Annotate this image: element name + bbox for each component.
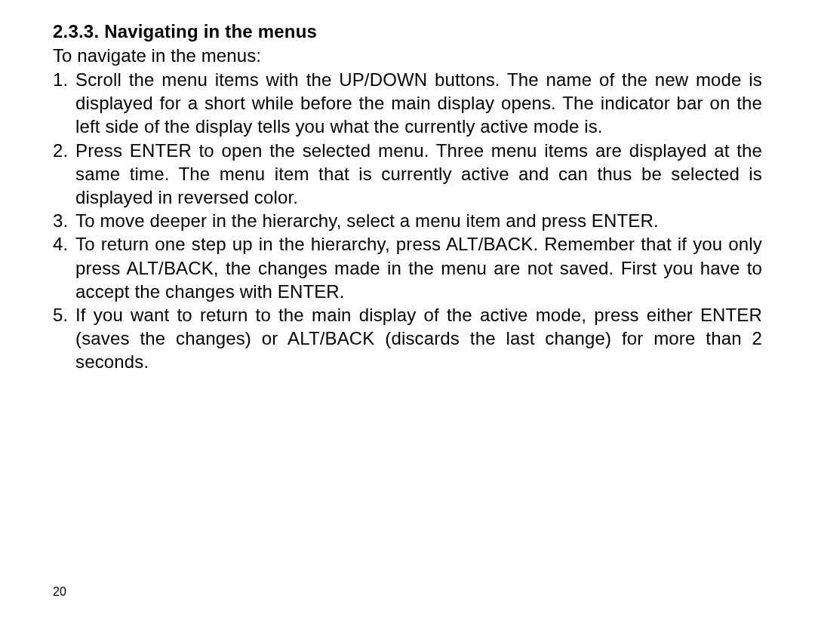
section-number: 2.3.3. <box>53 21 99 41</box>
page-number: 20 <box>53 585 66 599</box>
intro-text: To navigate in the menus: <box>53 45 762 66</box>
section-title: Navigating in the menus <box>104 21 317 41</box>
list-item: Press ENTER to open the selected menu. T… <box>53 139 762 210</box>
instruction-list: Scroll the menu items with the UP/DOWN b… <box>53 68 762 373</box>
list-item: Scroll the menu items with the UP/DOWN b… <box>53 68 762 139</box>
list-item: To move deeper in the hierarchy, select … <box>53 209 762 232</box>
section-heading: 2.3.3. Navigating in the menus <box>53 21 762 42</box>
list-item: If you want to return to the main displa… <box>53 303 762 374</box>
list-item: To return one step up in the hierarchy, … <box>53 232 762 303</box>
